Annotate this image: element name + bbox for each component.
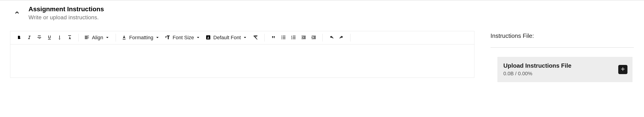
font-size-icon [165,35,170,41]
formatting-dropdown[interactable]: Formatting [120,33,162,43]
bold-icon [16,35,22,41]
italic-icon [26,35,32,41]
toolbar-separator [116,34,116,41]
page-subtitle: Write or upload instructions. [28,13,104,21]
overline-button[interactable] [64,33,75,43]
chevron-up-icon [14,9,20,16]
formatting-label: Formatting [129,35,153,41]
subscript-button[interactable] [54,33,64,43]
sidebar: Instructions File: Upload Instructions F… [490,31,644,82]
sidebar-divider [490,47,634,48]
font-size-dropdown[interactable]: Font Size [163,33,203,43]
toolbar-separator [322,34,323,41]
panel: Assignment Instructions Write or upload … [0,0,644,82]
body: Align Formatting [10,31,644,82]
strikethrough-icon [36,35,42,41]
editor-toolbar: Align Formatting [10,31,474,44]
editor-textarea[interactable] [10,44,474,78]
svg-point-3 [281,38,282,39]
collapse-button[interactable] [10,6,24,20]
clear-formatting-icon [253,35,258,41]
editor-column: Align Formatting [10,31,474,78]
plus-icon [620,66,626,73]
clear-formatting-button[interactable] [250,33,261,43]
redo-button[interactable] [336,33,346,43]
header: Assignment Instructions Write or upload … [10,5,644,21]
quote-icon [270,35,276,41]
upload-card[interactable]: Upload Instructions File 0.0B / 0.00% [497,57,632,82]
upload-card-title: Upload Instructions File [503,62,571,69]
page-title: Assignment Instructions [28,5,104,13]
align-label: Align [92,35,103,41]
subscript-icon [57,35,62,41]
caret-down-icon [195,35,201,41]
undo-icon [329,35,334,41]
undo-button[interactable] [326,33,336,43]
indent-icon [311,35,316,41]
upload-card-texts: Upload Instructions File 0.0B / 0.00% [503,62,571,77]
underline-button[interactable] [44,33,54,43]
align-dropdown[interactable]: Align [82,33,112,43]
outdent-button[interactable] [298,33,309,43]
upload-add-button[interactable] [618,65,628,74]
font-family-label: Default Font [213,35,241,41]
editor-shell: Align Formatting [10,31,474,78]
caret-down-icon [155,35,160,41]
header-titles: Assignment Instructions Write or upload … [28,5,104,21]
toolbar-separator [78,34,78,41]
font-family-dropdown[interactable]: Default Font [204,33,250,43]
sidebar-title: Instructions File: [490,32,634,39]
outdent-icon [301,35,306,41]
text-color-icon [121,35,127,41]
svg-point-2 [281,37,282,38]
overline-icon [67,35,72,41]
italic-button[interactable] [24,33,34,43]
svg-rect-0 [206,35,210,39]
bullet-list-button[interactable] [278,33,288,43]
caret-down-icon [104,35,110,41]
blockquote-button[interactable] [268,33,278,43]
upload-card-status: 0.0B / 0.00% [503,71,571,77]
strikethrough-button[interactable] [34,33,44,43]
bullet-list-icon [281,35,286,41]
caret-down-icon [242,35,248,41]
indent-button[interactable] [309,33,319,43]
numbered-list-button[interactable] [288,33,298,43]
align-left-icon [84,35,90,41]
toolbar-separator [264,34,264,41]
redo-icon [339,35,344,41]
font-family-icon [206,35,211,41]
font-size-label: Font Size [172,35,194,41]
numbered-list-icon [291,35,296,41]
toolbar-separator [350,34,350,41]
underline-icon [47,35,52,41]
bold-button[interactable] [14,33,24,43]
svg-point-1 [281,36,282,36]
